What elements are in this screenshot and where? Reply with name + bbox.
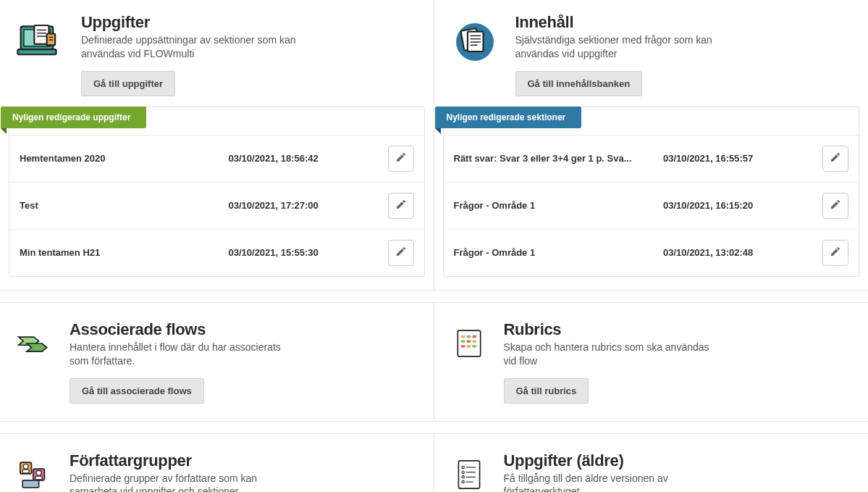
item-name: Frågor - Område 1: [454, 200, 664, 211]
edit-button[interactable]: [388, 146, 414, 172]
svg-rect-21: [466, 335, 471, 338]
flows-arrows-icon: [12, 320, 58, 367]
svg-rect-25: [472, 340, 476, 342]
pencil-icon: [830, 199, 841, 212]
go-to-uppgifter-button[interactable]: Gå till uppgifter: [81, 71, 175, 96]
svg-point-33: [36, 470, 41, 475]
svg-rect-36: [458, 461, 479, 488]
card-flows: Associerade flows Hantera innehållet i f…: [0, 303, 434, 421]
svg-rect-19: [458, 330, 480, 357]
item-name: Frågor - Område 1: [454, 247, 664, 258]
list-item: Frågor - Område 1 03/10/2021, 16:15:20: [444, 183, 859, 230]
svg-rect-20: [460, 335, 465, 338]
go-to-flows-button[interactable]: Gå till associerade flows: [69, 378, 204, 404]
card-description: Definierade grupper av författare som ka…: [69, 472, 287, 492]
item-name: Rätt svar: Svar 3 eller 3+4 ger 1 p. Sva…: [454, 153, 664, 164]
svg-rect-2: [17, 49, 56, 54]
card-title: Associerade flows: [69, 320, 287, 339]
edit-button[interactable]: [388, 193, 414, 219]
card-rubrics: Rubrics Skapa och hantera rubrics som sk…: [434, 303, 869, 421]
card-forfattargrupper: Författargrupper Definierade grupper av …: [0, 434, 434, 492]
card-uppgifter: Uppgifter Definierade uppsättningar av s…: [0, 0, 434, 290]
item-name: Test: [20, 200, 229, 211]
edit-button[interactable]: [822, 193, 848, 219]
go-to-rubrics-button[interactable]: Gå till rubrics: [504, 378, 589, 404]
pencil-icon: [395, 151, 407, 165]
author-groups-icon: [12, 451, 58, 492]
list-item: Frågor - Område 1 03/10/2021, 13:02:48: [444, 230, 859, 276]
item-name: Min tentamen H21: [20, 247, 229, 258]
svg-rect-31: [22, 470, 29, 472]
checklist-document-icon: [446, 451, 492, 492]
svg-marker-18: [27, 343, 47, 351]
edit-button[interactable]: [822, 240, 848, 266]
svg-rect-34: [35, 476, 42, 479]
list-item: Rätt svar: Svar 3 eller 3+4 ger 1 p. Sva…: [444, 135, 859, 183]
recent-sektioner-panel: Nyligen redigerade sektioner Rätt svar: …: [443, 107, 860, 277]
ribbon-label: Nyligen redigerade uppgifter: [1, 107, 146, 128]
svg-rect-23: [460, 340, 465, 342]
edit-button[interactable]: [822, 146, 848, 172]
card-description: Hantera innehållet i flow där du har ass…: [69, 341, 287, 368]
card-title: Innehåll: [515, 13, 733, 32]
recent-uppgifter-panel: Nyligen redigerade uppgifter Hemtentamen…: [9, 107, 425, 277]
pencil-icon: [395, 246, 407, 259]
card-uppgifter-legacy: Uppgifter (äldre) Få tillgång till den ä…: [434, 434, 869, 492]
card-title: Uppgifter (äldre): [504, 451, 721, 470]
pencil-icon: [830, 151, 841, 165]
documents-stack-icon: [446, 13, 504, 71]
svg-rect-26: [460, 345, 465, 347]
item-name: Hemtentamen 2020: [20, 153, 229, 164]
item-date: 03/10/2021, 17:27:00: [229, 200, 388, 211]
pencil-icon: [830, 246, 841, 259]
card-description: Skapa och hantera rubrics som ska använd…: [504, 341, 721, 368]
item-date: 03/10/2021, 16:55:57: [663, 153, 822, 164]
svg-rect-35: [22, 480, 38, 487]
card-title: Uppgifter: [81, 13, 298, 32]
card-description: Definierade uppsättningar av sektioner s…: [81, 33, 298, 61]
card-title: Rubrics: [504, 320, 721, 339]
laptop-docs-icon: [12, 13, 69, 71]
ribbon-label: Nyligen redigerade sektioner: [435, 107, 582, 128]
rubrics-grid-icon: [446, 320, 492, 367]
svg-rect-27: [466, 345, 471, 347]
list-item: Test 03/10/2021, 17:27:00: [9, 183, 424, 230]
svg-rect-28: [472, 345, 476, 347]
svg-point-30: [23, 464, 28, 469]
list-item: Hemtentamen 2020 03/10/2021, 18:56:42: [9, 135, 424, 183]
card-description: Få tillgång till den äldre versionen av …: [504, 472, 721, 492]
svg-rect-22: [472, 335, 476, 338]
item-date: 03/10/2021, 16:15:20: [663, 200, 822, 211]
item-date: 03/10/2021, 13:02:48: [663, 247, 822, 258]
item-date: 03/10/2021, 15:55:30: [229, 247, 388, 258]
svg-rect-24: [466, 340, 471, 342]
pencil-icon: [395, 199, 407, 212]
item-date: 03/10/2021, 18:56:42: [229, 153, 388, 164]
go-to-innehall-button[interactable]: Gå till innehållsbanken: [515, 71, 643, 96]
card-title: Författargrupper: [69, 451, 287, 470]
edit-button[interactable]: [388, 240, 414, 266]
card-description: Självständiga sektioner med frågor som k…: [515, 33, 733, 61]
card-innehall: Innehåll Självständiga sektioner med frå…: [434, 0, 869, 290]
list-item: Min tentamen H21 03/10/2021, 15:55:30: [9, 230, 424, 276]
